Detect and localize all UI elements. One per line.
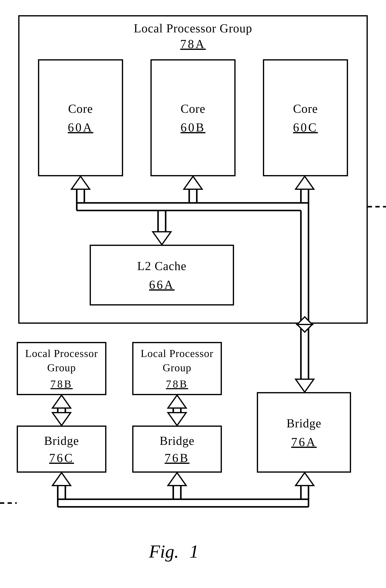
diagram-canvas: Local Processor Group 78A Core 60A Core …	[0, 0, 386, 588]
core-60c-ref: 60C	[293, 121, 318, 134]
bridge-76c-title: Bridge	[44, 433, 79, 448]
group-78b-left-ref: 78B	[50, 378, 73, 390]
core-60a: Core 60A	[38, 59, 123, 176]
group-78b-left-l2: Group	[47, 361, 76, 374]
bridge-76b: Bridge 76B	[132, 425, 222, 473]
group-78a-title: Local Processor Group	[20, 21, 366, 36]
core-60b: Core 60B	[150, 59, 236, 176]
figure-caption: Fig. 1	[149, 541, 199, 562]
core-60b-ref: 60B	[181, 121, 205, 134]
svg-marker-30	[168, 413, 186, 425]
group-78b-mid-l2: Group	[163, 361, 192, 374]
core-60a-title: Core	[68, 101, 93, 116]
svg-marker-26	[52, 413, 71, 425]
core-60c: Core 60C	[263, 59, 348, 176]
bridge-76c: Bridge 76C	[17, 425, 106, 473]
svg-marker-29	[168, 395, 186, 408]
bridge-76c-ref: 76C	[49, 451, 74, 465]
svg-marker-36	[168, 473, 186, 485]
bridge-76b-ref: 76B	[165, 451, 189, 465]
l2-cache-title: L2 Cache	[137, 259, 187, 273]
bridge-76b-title: Bridge	[160, 433, 194, 448]
svg-marker-21	[296, 379, 314, 392]
svg-marker-25	[52, 395, 71, 408]
group-78b-mid: Local Processor Group 78B	[132, 342, 222, 395]
bridge-76a: Bridge 76A	[257, 392, 351, 473]
l2-cache-66a: L2 Cache 66A	[90, 245, 234, 305]
group-78b-left-l1: Local Processor	[25, 347, 98, 360]
bridge-76a-title: Bridge	[286, 416, 322, 431]
svg-marker-39	[296, 473, 314, 485]
figure-label: Fig.	[149, 541, 179, 562]
group-78b-mid-l1: Local Processor	[141, 347, 213, 360]
group-78b-mid-ref: 78B	[166, 378, 188, 390]
l2-cache-ref: 66A	[149, 278, 175, 292]
svg-marker-20	[297, 324, 312, 332]
core-60b-title: Core	[181, 101, 205, 116]
group-78a-ref: 78A	[20, 37, 366, 51]
group-78b-left: Local Processor Group 78B	[17, 342, 106, 395]
svg-marker-33	[52, 473, 71, 485]
figure-number: 1	[190, 541, 199, 562]
core-60a-ref: 60A	[68, 121, 93, 134]
bridge-76a-ref: 76A	[291, 435, 317, 449]
core-60c-title: Core	[293, 101, 318, 116]
